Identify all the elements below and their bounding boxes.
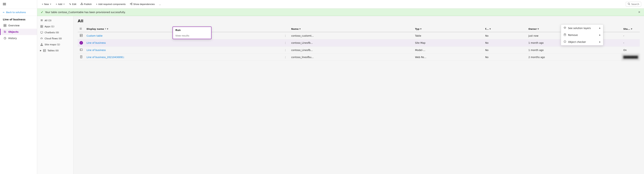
row-more-btn[interactable]: ⋮ [282, 32, 290, 39]
back-arrow-icon: ← [3, 11, 5, 14]
row-managed: No [484, 39, 527, 46]
sidebar-item-objects[interactable]: Objects [0, 29, 37, 35]
row-more-btn[interactable]: ⋮ [282, 54, 290, 61]
col-managed[interactable]: f... ▼ [484, 26, 527, 32]
row-type: Web Re... [413, 54, 484, 61]
add-required-button[interactable]: + Add required components [94, 2, 128, 6]
row-more-btn[interactable]: ⋮ [282, 46, 290, 54]
secondary-item-cloud-flows[interactable]: Cloud flows (0) [37, 36, 73, 42]
display-name-filter-icon[interactable]: ▼ [107, 28, 108, 30]
name-label: Name [291, 28, 298, 30]
managed-label: f... [485, 28, 489, 30]
table-row[interactable]: ✓ Line of business ⋮ contoso_Lineofb... … [78, 39, 640, 46]
managed-filter-icon[interactable]: ▼ [490, 28, 491, 30]
tables-label: Tables (0) [48, 49, 58, 52]
add-chevron-icon: ▼ [63, 3, 65, 5]
svg-rect-2 [3, 5, 6, 5]
more-button[interactable]: ... [157, 2, 163, 6]
secondary-sidebar: All (3) Apps (1) Chatbots (0) Cloud flow… [37, 16, 74, 174]
secondary-item-tables[interactable]: ▶ Tables (0) [37, 48, 73, 54]
row-display-name[interactable]: Custom table [85, 32, 282, 39]
type-label: Typ [415, 28, 420, 30]
new-button[interactable]: + New ▼ [40, 2, 53, 6]
more-icon[interactable]: ⋮ [283, 48, 288, 52]
more-icon[interactable]: ⋮ [283, 56, 288, 59]
secondary-item-chatbots[interactable]: Chatbots (0) [37, 30, 73, 36]
table-row[interactable]: Line of business_20210430091: ⋮ contoso_… [78, 54, 640, 61]
apps-label: Apps (1) [44, 25, 54, 28]
col-name[interactable]: Name ▼ [289, 26, 413, 32]
chatbots-icon [40, 31, 43, 34]
svg-rect-5 [4, 26, 5, 27]
row-display-name[interactable]: Line of business_20210430091: [85, 54, 282, 61]
hamburger-button[interactable] [0, 0, 37, 9]
dependencies-icon [130, 3, 132, 6]
table-row[interactable]: Line of business ⋮ contoso_Lineofb... Mo… [78, 46, 640, 54]
success-banner: ✓ Your table contoso_Customtable has bee… [37, 8, 644, 16]
success-icon: ✓ [41, 10, 43, 14]
secondary-item-all[interactable]: All (3) [37, 17, 73, 23]
left-sidebar: ← Back to solutions Line of business Ove… [0, 0, 37, 174]
objects-icon [3, 30, 6, 34]
svg-point-14 [130, 4, 131, 4]
site-maps-icon [40, 43, 43, 46]
back-to-solutions-link[interactable]: ← Back to solutions [0, 9, 37, 16]
sidebar-item-history[interactable]: History [0, 35, 37, 42]
col-more [282, 26, 290, 32]
banner-close-button[interactable]: ✕ [638, 10, 640, 14]
col-display-name[interactable]: Display name ↑ ▼ [85, 26, 282, 32]
svg-rect-49 [80, 49, 82, 50]
row-status: - [622, 32, 640, 39]
sidebar-item-overview[interactable]: Overview [0, 22, 37, 29]
edit-button[interactable]: ✎ Edit [68, 2, 78, 6]
row-display-name[interactable]: Line of business [85, 39, 282, 46]
objects-table: Display name ↑ ▼ Name ▼ [78, 26, 640, 61]
row-name: contoso_Lineofb... [289, 39, 413, 46]
row-type: Site Map [413, 39, 484, 46]
row-name: contoso_customt... [289, 32, 413, 39]
add-button[interactable]: + Add ▼ [54, 2, 67, 6]
show-dependencies-label: Show dependencies [133, 3, 155, 6]
type-filter-icon[interactable]: ▼ [420, 28, 422, 30]
row-more-btn[interactable]: ⋮ [282, 39, 290, 46]
table-title: All [78, 19, 640, 23]
row-modified: 2 months ago [527, 54, 622, 61]
col-owner[interactable]: Owner ▼ [527, 26, 622, 32]
secondary-item-apps[interactable]: Apps (1) [37, 23, 73, 30]
more-icon[interactable]: ⋮ [283, 41, 288, 44]
svg-rect-32 [42, 45, 43, 46]
all-icon [40, 19, 43, 22]
add-plus-icon: + [56, 3, 57, 6]
more-icon[interactable]: ⋮ [283, 34, 288, 38]
site-maps-label: Site maps (1) [44, 43, 60, 46]
row-icon-cell [78, 46, 85, 54]
svg-rect-27 [42, 26, 43, 28]
row-managed: No [484, 32, 527, 39]
col-type[interactable]: Typ ▼ [413, 26, 484, 32]
col-status[interactable]: Sta... ▼ [622, 26, 640, 32]
secondary-item-site-maps[interactable]: Site maps (1) [37, 42, 73, 48]
add-required-icon: + [96, 3, 97, 6]
status-filter-icon[interactable]: ▼ [631, 28, 632, 30]
row-name: contoso_lineofbu... [289, 54, 413, 61]
svg-rect-0 [3, 3, 6, 3]
content-area: All (3) Apps (1) Chatbots (0) Cloud flow… [37, 16, 644, 174]
table-row[interactable]: Custom table ⋮ contoso_customt... Table … [78, 32, 640, 39]
history-icon [3, 37, 6, 40]
show-dependencies-button[interactable]: Show dependencies [128, 2, 156, 6]
owner-filter-icon[interactable]: ▼ [538, 28, 539, 30]
publish-button[interactable]: Publish [79, 2, 94, 6]
svg-rect-3 [4, 24, 5, 25]
add-label: Add [58, 3, 62, 6]
name-filter-icon[interactable]: ▼ [299, 28, 301, 30]
more-label: ... [159, 3, 161, 6]
svg-rect-29 [41, 43, 42, 44]
row-name: contoso_Lineofb... [289, 46, 413, 54]
solution-title: Line of business [0, 16, 37, 22]
search-label: Search [631, 3, 639, 6]
svg-rect-31 [41, 45, 42, 46]
search-box[interactable]: Search [626, 2, 641, 6]
svg-rect-38 [43, 50, 46, 52]
svg-line-18 [131, 4, 132, 4]
row-display-name[interactable]: Line of business [85, 46, 282, 54]
